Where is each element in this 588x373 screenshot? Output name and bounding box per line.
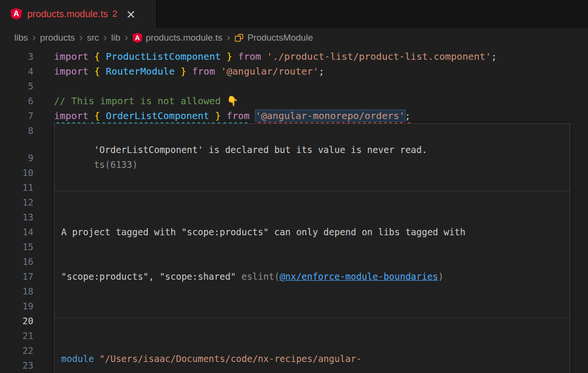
module-info: module "/Users/isaac/Documents/code/nx-r… bbox=[54, 318, 570, 373]
code-token bbox=[186, 66, 192, 77]
line-content: import { RouterModule } from '@angular/r… bbox=[54, 64, 324, 79]
code-token: import bbox=[54, 66, 88, 77]
code-line-6[interactable]: 6// This import is not allowed 👇 bbox=[0, 94, 588, 109]
code-token bbox=[232, 51, 238, 62]
line-content: import { ProductListComponent } from './… bbox=[54, 49, 497, 64]
code-token: import bbox=[54, 110, 88, 121]
angular-icon: A bbox=[132, 33, 142, 43]
code-token bbox=[88, 51, 94, 62]
code-token: { bbox=[94, 110, 100, 121]
code-token bbox=[249, 110, 255, 121]
code-token bbox=[100, 51, 106, 62]
code-token: ; bbox=[319, 66, 324, 77]
tab-problems-badge: 2 bbox=[112, 9, 118, 19]
line-number: 9 bbox=[0, 151, 33, 165]
eslint-source-suffix: ) bbox=[438, 271, 443, 282]
code-token bbox=[88, 66, 94, 77]
line-number: 15 bbox=[0, 240, 33, 254]
eslint-diagnostic-text: "scope:products", "scope:shared" bbox=[61, 271, 236, 282]
code-line-7[interactable]: 7import { OrderListComponent } from '@an… bbox=[0, 109, 588, 123]
breadcrumb-label: libs bbox=[14, 33, 28, 43]
line-number: 22 bbox=[0, 343, 33, 358]
line-number: 5 bbox=[0, 79, 33, 94]
line-number: 10 bbox=[0, 165, 33, 180]
code-token: OrderListComponent bbox=[106, 110, 209, 121]
line-number: 20 bbox=[0, 314, 33, 329]
breadcrumb-label: products.module.ts bbox=[146, 33, 223, 43]
code-token bbox=[215, 66, 221, 77]
breadcrumb-label: lib bbox=[111, 33, 120, 43]
line-number: 6 bbox=[0, 94, 33, 109]
line-number: 18 bbox=[0, 284, 33, 299]
ts-diagnostic: 'OrderListComponent' is declared but its… bbox=[54, 124, 570, 191]
code-token: ProductListComponent bbox=[106, 51, 221, 62]
code-token: } bbox=[181, 66, 186, 77]
class-symbol-icon bbox=[235, 33, 244, 43]
code-token: } bbox=[226, 51, 232, 62]
code-token: { bbox=[94, 51, 100, 62]
code-token: './product-list/product-list.component' bbox=[267, 51, 492, 62]
line-number: 23 bbox=[0, 358, 33, 373]
line-number: 13 bbox=[0, 210, 33, 225]
code-token bbox=[175, 66, 181, 77]
breadcrumb-label: products bbox=[40, 33, 75, 43]
code-token: ; bbox=[405, 110, 411, 121]
code-line-3[interactable]: 3import { ProductListComponent } from '.… bbox=[0, 49, 588, 64]
code-token bbox=[221, 110, 226, 121]
breadcrumb-item-productsmodule[interactable]: ProductsModule bbox=[235, 33, 313, 43]
code-line-4[interactable]: 4import { RouterModule } from '@angular/… bbox=[0, 64, 588, 79]
code-token: from bbox=[192, 66, 215, 77]
hover-tooltip: 'OrderListComponent' is declared but its… bbox=[54, 123, 570, 373]
code-token: { bbox=[94, 66, 100, 77]
line-number: 7 bbox=[0, 109, 33, 123]
line-number: 8 bbox=[0, 123, 33, 138]
breadcrumb-item-lib[interactable]: lib bbox=[111, 33, 120, 43]
line-content: // This import is not allowed 👇 bbox=[54, 94, 238, 109]
code-token bbox=[100, 110, 106, 121]
breadcrumb-item-products[interactable]: products bbox=[40, 33, 75, 43]
code-line-5[interactable]: 5 bbox=[0, 79, 588, 94]
ts-diagnostic-code: ts(6133) bbox=[94, 159, 138, 170]
line-content: import { OrderListComponent } from '@ang… bbox=[54, 109, 411, 123]
code-token: 👇 bbox=[226, 95, 238, 107]
breadcrumb-label: ProductsModule bbox=[247, 33, 313, 43]
line-number: 11 bbox=[0, 180, 33, 195]
tab-title: products.module.ts bbox=[27, 9, 108, 20]
code-token: '@angular/router' bbox=[221, 66, 319, 77]
code-token bbox=[100, 66, 106, 77]
code-token bbox=[261, 51, 267, 62]
eslint-source-prefix: eslint( bbox=[236, 271, 280, 282]
breadcrumb-separator-icon: › bbox=[125, 33, 128, 43]
code-token: } bbox=[215, 110, 221, 121]
eslint-rule-link[interactable]: @nx/enforce-module-boundaries bbox=[280, 271, 438, 282]
code-token: import bbox=[54, 51, 88, 62]
tab-products-module-ts[interactable]: A products.module.ts 2 × bbox=[0, 0, 157, 28]
line-number: 16 bbox=[0, 254, 33, 269]
close-tab-icon[interactable]: × bbox=[126, 8, 136, 20]
breadcrumb-item-src[interactable]: src bbox=[87, 33, 99, 43]
line-number: 12 bbox=[0, 195, 33, 210]
code-editor[interactable]: 3import { ProductListComponent } from '.… bbox=[0, 48, 588, 373]
line-number: 19 bbox=[0, 299, 33, 314]
code-token: ; bbox=[491, 51, 497, 62]
breadcrumb-item-products-module-ts[interactable]: Aproducts.module.ts bbox=[132, 33, 223, 43]
code-token: from bbox=[238, 51, 261, 62]
angular-file-icon: A bbox=[11, 8, 22, 20]
code-token: RouterModule bbox=[106, 66, 175, 77]
breadcrumb-separator-icon: › bbox=[227, 33, 230, 43]
line-number: 17 bbox=[0, 269, 33, 284]
code-token: from bbox=[226, 110, 249, 121]
eslint-diagnostic: A project tagged with "scope:products" c… bbox=[54, 191, 570, 318]
breadcrumb-label: src bbox=[87, 33, 99, 43]
line-number: 4 bbox=[0, 64, 33, 79]
code-token bbox=[88, 110, 94, 121]
code-token bbox=[209, 110, 215, 121]
line-number: 14 bbox=[0, 225, 33, 240]
breadcrumb-item-libs[interactable]: libs bbox=[14, 33, 28, 43]
breadcrumb-separator-icon: › bbox=[79, 33, 83, 43]
ts-diagnostic-message: 'OrderListComponent' is declared but its… bbox=[94, 144, 428, 155]
eslint-diagnostic-line2: "scope:products", "scope:shared" eslint(… bbox=[61, 269, 563, 284]
line-number: 3 bbox=[0, 49, 33, 64]
breadcrumb-separator-icon: › bbox=[32, 33, 36, 43]
breadcrumb: libs›products›src›lib›Aproducts.module.t… bbox=[0, 28, 588, 48]
